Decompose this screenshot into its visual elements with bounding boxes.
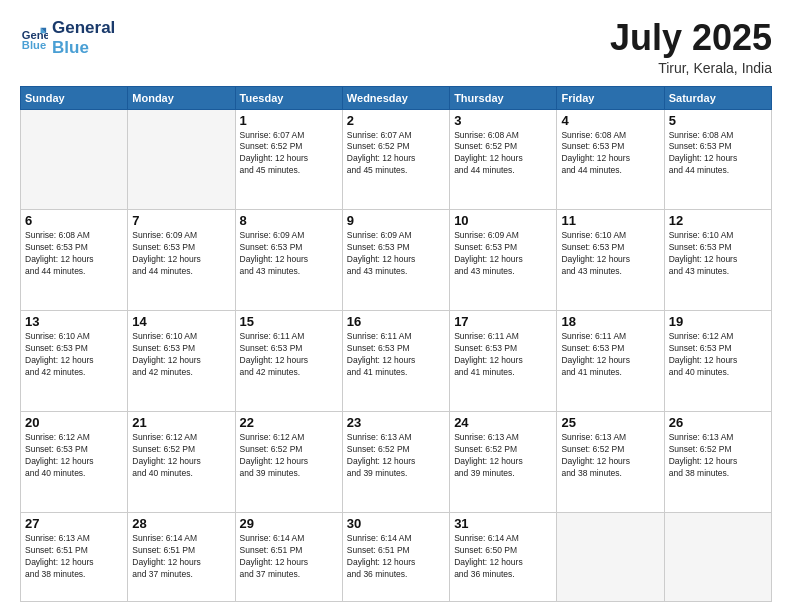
cell-info: Sunrise: 6:14 AM Sunset: 6:51 PM Dayligh…	[240, 533, 338, 581]
calendar-cell: 3Sunrise: 6:08 AM Sunset: 6:52 PM Daylig…	[450, 109, 557, 210]
calendar-cell: 19Sunrise: 6:12 AM Sunset: 6:53 PM Dayli…	[664, 311, 771, 412]
cell-info: Sunrise: 6:14 AM Sunset: 6:51 PM Dayligh…	[347, 533, 445, 581]
cell-info: Sunrise: 6:08 AM Sunset: 6:52 PM Dayligh…	[454, 130, 552, 178]
day-number: 29	[240, 516, 338, 531]
cell-info: Sunrise: 6:12 AM Sunset: 6:52 PM Dayligh…	[240, 432, 338, 480]
calendar-cell: 6Sunrise: 6:08 AM Sunset: 6:53 PM Daylig…	[21, 210, 128, 311]
location: Tirur, Kerala, India	[610, 60, 772, 76]
calendar-week-row: 6Sunrise: 6:08 AM Sunset: 6:53 PM Daylig…	[21, 210, 772, 311]
cell-info: Sunrise: 6:12 AM Sunset: 6:53 PM Dayligh…	[25, 432, 123, 480]
calendar-week-row: 1Sunrise: 6:07 AM Sunset: 6:52 PM Daylig…	[21, 109, 772, 210]
calendar-cell: 15Sunrise: 6:11 AM Sunset: 6:53 PM Dayli…	[235, 311, 342, 412]
calendar-week-row: 27Sunrise: 6:13 AM Sunset: 6:51 PM Dayli…	[21, 512, 772, 601]
calendar-week-row: 20Sunrise: 6:12 AM Sunset: 6:53 PM Dayli…	[21, 412, 772, 513]
day-number: 28	[132, 516, 230, 531]
weekday-header-thursday: Thursday	[450, 86, 557, 109]
weekday-header-monday: Monday	[128, 86, 235, 109]
calendar-cell: 23Sunrise: 6:13 AM Sunset: 6:52 PM Dayli…	[342, 412, 449, 513]
calendar-cell	[664, 512, 771, 601]
day-number: 16	[347, 314, 445, 329]
cell-info: Sunrise: 6:13 AM Sunset: 6:51 PM Dayligh…	[25, 533, 123, 581]
cell-info: Sunrise: 6:13 AM Sunset: 6:52 PM Dayligh…	[347, 432, 445, 480]
calendar-cell: 26Sunrise: 6:13 AM Sunset: 6:52 PM Dayli…	[664, 412, 771, 513]
logo: General Blue General Blue	[20, 18, 115, 57]
calendar-cell: 14Sunrise: 6:10 AM Sunset: 6:53 PM Dayli…	[128, 311, 235, 412]
day-number: 6	[25, 213, 123, 228]
cell-info: Sunrise: 6:07 AM Sunset: 6:52 PM Dayligh…	[240, 130, 338, 178]
day-number: 15	[240, 314, 338, 329]
logo-blue: Blue	[52, 38, 115, 58]
calendar-cell: 13Sunrise: 6:10 AM Sunset: 6:53 PM Dayli…	[21, 311, 128, 412]
day-number: 7	[132, 213, 230, 228]
day-number: 22	[240, 415, 338, 430]
day-number: 2	[347, 113, 445, 128]
day-number: 1	[240, 113, 338, 128]
calendar-cell: 11Sunrise: 6:10 AM Sunset: 6:53 PM Dayli…	[557, 210, 664, 311]
logo-general: General	[52, 18, 115, 38]
day-number: 10	[454, 213, 552, 228]
day-number: 11	[561, 213, 659, 228]
cell-info: Sunrise: 6:08 AM Sunset: 6:53 PM Dayligh…	[669, 130, 767, 178]
calendar-cell	[128, 109, 235, 210]
cell-info: Sunrise: 6:13 AM Sunset: 6:52 PM Dayligh…	[561, 432, 659, 480]
cell-info: Sunrise: 6:12 AM Sunset: 6:53 PM Dayligh…	[669, 331, 767, 379]
cell-info: Sunrise: 6:14 AM Sunset: 6:51 PM Dayligh…	[132, 533, 230, 581]
cell-info: Sunrise: 6:11 AM Sunset: 6:53 PM Dayligh…	[240, 331, 338, 379]
calendar-cell: 17Sunrise: 6:11 AM Sunset: 6:53 PM Dayli…	[450, 311, 557, 412]
day-number: 9	[347, 213, 445, 228]
day-number: 26	[669, 415, 767, 430]
weekday-header-saturday: Saturday	[664, 86, 771, 109]
cell-info: Sunrise: 6:11 AM Sunset: 6:53 PM Dayligh…	[454, 331, 552, 379]
day-number: 3	[454, 113, 552, 128]
cell-info: Sunrise: 6:08 AM Sunset: 6:53 PM Dayligh…	[25, 230, 123, 278]
cell-info: Sunrise: 6:09 AM Sunset: 6:53 PM Dayligh…	[454, 230, 552, 278]
cell-info: Sunrise: 6:07 AM Sunset: 6:52 PM Dayligh…	[347, 130, 445, 178]
title-block: July 2025 Tirur, Kerala, India	[610, 18, 772, 76]
day-number: 13	[25, 314, 123, 329]
day-number: 23	[347, 415, 445, 430]
weekday-header-friday: Friday	[557, 86, 664, 109]
cell-info: Sunrise: 6:13 AM Sunset: 6:52 PM Dayligh…	[454, 432, 552, 480]
cell-info: Sunrise: 6:11 AM Sunset: 6:53 PM Dayligh…	[347, 331, 445, 379]
calendar-cell	[557, 512, 664, 601]
month-year: July 2025	[610, 18, 772, 58]
page-header: General Blue General Blue July 2025 Tiru…	[20, 18, 772, 76]
calendar-cell: 2Sunrise: 6:07 AM Sunset: 6:52 PM Daylig…	[342, 109, 449, 210]
cell-info: Sunrise: 6:10 AM Sunset: 6:53 PM Dayligh…	[669, 230, 767, 278]
calendar-cell: 24Sunrise: 6:13 AM Sunset: 6:52 PM Dayli…	[450, 412, 557, 513]
calendar-table: SundayMondayTuesdayWednesdayThursdayFrid…	[20, 86, 772, 602]
calendar-cell: 1Sunrise: 6:07 AM Sunset: 6:52 PM Daylig…	[235, 109, 342, 210]
day-number: 14	[132, 314, 230, 329]
calendar-week-row: 13Sunrise: 6:10 AM Sunset: 6:53 PM Dayli…	[21, 311, 772, 412]
day-number: 20	[25, 415, 123, 430]
day-number: 5	[669, 113, 767, 128]
logo-icon: General Blue	[20, 24, 48, 52]
weekday-header-sunday: Sunday	[21, 86, 128, 109]
calendar-cell: 4Sunrise: 6:08 AM Sunset: 6:53 PM Daylig…	[557, 109, 664, 210]
cell-info: Sunrise: 6:08 AM Sunset: 6:53 PM Dayligh…	[561, 130, 659, 178]
day-number: 24	[454, 415, 552, 430]
day-number: 12	[669, 213, 767, 228]
calendar-cell: 22Sunrise: 6:12 AM Sunset: 6:52 PM Dayli…	[235, 412, 342, 513]
day-number: 19	[669, 314, 767, 329]
calendar-cell: 29Sunrise: 6:14 AM Sunset: 6:51 PM Dayli…	[235, 512, 342, 601]
cell-info: Sunrise: 6:10 AM Sunset: 6:53 PM Dayligh…	[25, 331, 123, 379]
calendar-cell: 21Sunrise: 6:12 AM Sunset: 6:52 PM Dayli…	[128, 412, 235, 513]
day-number: 8	[240, 213, 338, 228]
day-number: 4	[561, 113, 659, 128]
cell-info: Sunrise: 6:13 AM Sunset: 6:52 PM Dayligh…	[669, 432, 767, 480]
calendar-cell: 28Sunrise: 6:14 AM Sunset: 6:51 PM Dayli…	[128, 512, 235, 601]
cell-info: Sunrise: 6:14 AM Sunset: 6:50 PM Dayligh…	[454, 533, 552, 581]
cell-info: Sunrise: 6:12 AM Sunset: 6:52 PM Dayligh…	[132, 432, 230, 480]
cell-info: Sunrise: 6:10 AM Sunset: 6:53 PM Dayligh…	[561, 230, 659, 278]
day-number: 18	[561, 314, 659, 329]
cell-info: Sunrise: 6:10 AM Sunset: 6:53 PM Dayligh…	[132, 331, 230, 379]
day-number: 25	[561, 415, 659, 430]
weekday-header-row: SundayMondayTuesdayWednesdayThursdayFrid…	[21, 86, 772, 109]
calendar-cell: 31Sunrise: 6:14 AM Sunset: 6:50 PM Dayli…	[450, 512, 557, 601]
calendar-cell: 10Sunrise: 6:09 AM Sunset: 6:53 PM Dayli…	[450, 210, 557, 311]
day-number: 17	[454, 314, 552, 329]
calendar-cell: 20Sunrise: 6:12 AM Sunset: 6:53 PM Dayli…	[21, 412, 128, 513]
day-number: 30	[347, 516, 445, 531]
calendar-cell: 25Sunrise: 6:13 AM Sunset: 6:52 PM Dayli…	[557, 412, 664, 513]
